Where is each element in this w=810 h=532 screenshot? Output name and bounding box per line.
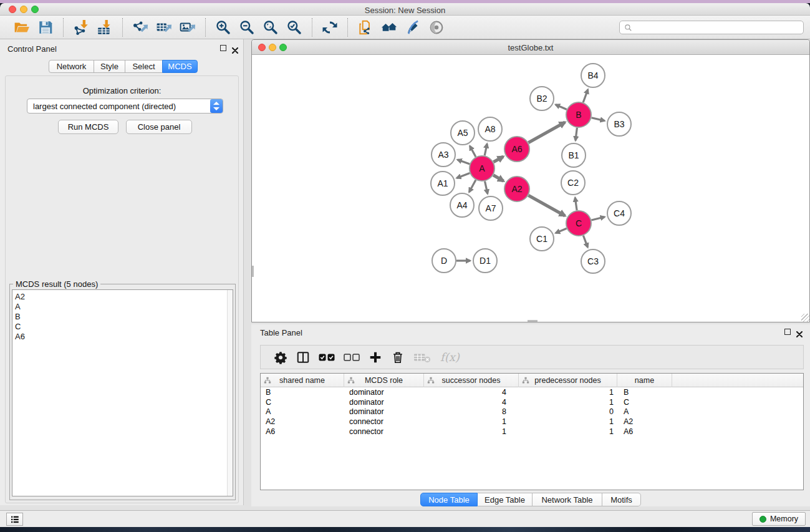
home-layout-icon[interactable] xyxy=(380,17,399,37)
tab-network-table[interactable]: Network Table xyxy=(533,493,602,506)
table-row[interactable]: Adominator80A xyxy=(261,407,803,417)
show-graphics-details-icon[interactable] xyxy=(427,17,446,37)
select-all-icon[interactable] xyxy=(319,349,335,366)
search-field[interactable] xyxy=(619,21,804,34)
tab-select[interactable]: Select xyxy=(125,60,163,73)
tab-network[interactable]: Network xyxy=(49,60,94,73)
table-cell: 1 xyxy=(519,398,617,407)
toolbar-separator xyxy=(122,18,123,37)
main-toolbar xyxy=(0,16,810,39)
column-label: name xyxy=(635,376,654,385)
result-scrollbar[interactable] xyxy=(227,290,233,496)
vertical-scroll-nub[interactable] xyxy=(252,266,254,277)
svg-text:A5: A5 xyxy=(457,128,468,138)
zoom-selected-icon[interactable] xyxy=(285,17,304,37)
tab-mcds[interactable]: MCDS xyxy=(162,60,198,73)
table-row[interactable]: Bdominator41B xyxy=(261,387,803,397)
float-table-panel-icon[interactable] xyxy=(784,329,791,335)
export-network-icon[interactable] xyxy=(131,17,150,37)
svg-text:C4: C4 xyxy=(614,208,625,218)
toolbar-separator xyxy=(312,18,312,37)
save-session-icon[interactable] xyxy=(36,17,55,37)
mcds-result-title: MCDS result (5 nodes) xyxy=(13,279,100,289)
column-type-icon xyxy=(522,377,529,386)
table-cell: A xyxy=(617,407,672,416)
control-panel: Control Panel Optimization criterion: la… xyxy=(0,39,244,505)
column-header[interactable]: shared name xyxy=(261,374,344,387)
zoom-out-icon[interactable] xyxy=(238,17,257,37)
zoom-fit-icon[interactable] xyxy=(261,17,281,37)
svg-text:A1: A1 xyxy=(437,178,448,188)
result-item[interactable]: A xyxy=(15,302,233,312)
delete-row-icon[interactable] xyxy=(391,349,405,366)
table-cell: dominator xyxy=(344,407,424,416)
close-table-panel-icon[interactable] xyxy=(796,329,803,340)
clone-network-icon[interactable] xyxy=(356,17,375,37)
result-item[interactable]: A6 xyxy=(15,332,233,342)
svg-text:D: D xyxy=(441,256,447,266)
close-panel-button[interactable]: Close panel xyxy=(126,120,192,134)
criterion-select[interactable]: largest connected component (directed) xyxy=(27,99,223,114)
deselect-all-icon[interactable] xyxy=(344,349,360,366)
column-header[interactable]: successor nodes xyxy=(424,374,519,387)
result-item[interactable]: C xyxy=(15,322,233,332)
table-cell: A6 xyxy=(617,427,672,436)
table-cell: connector xyxy=(344,417,424,426)
tab-motifs[interactable]: Motifs xyxy=(602,493,641,506)
table-cell: 8 xyxy=(424,407,519,416)
table-row[interactable]: A6connector11A6 xyxy=(261,427,803,437)
column-filler xyxy=(672,374,803,387)
tab-edge-table[interactable]: Edge Table xyxy=(478,493,533,506)
table-row[interactable]: Cdominator41C xyxy=(261,397,803,407)
memory-button[interactable]: Memory xyxy=(752,512,806,526)
network-canvas[interactable]: B4B2BB3A8A5A6A3B1AC2A1A2A4A7C4CC1DD1C3 xyxy=(252,55,809,322)
search-input[interactable] xyxy=(635,22,803,33)
table-cell: 1 xyxy=(424,417,519,426)
mcds-result-list[interactable]: A2ABCA6 xyxy=(12,289,233,496)
column-header[interactable]: MCDS role xyxy=(344,374,424,387)
refresh-view-icon[interactable] xyxy=(321,17,340,37)
table-tabs: Node TableEdge TableNetwork TableMotifs xyxy=(251,493,810,506)
table-panel-title: Table Panel xyxy=(260,328,302,337)
import-network-icon[interactable] xyxy=(72,17,91,37)
column-type-icon xyxy=(264,377,271,386)
table-cell: 4 xyxy=(424,388,519,397)
network-view-window: testGlobe.txt B4B2BB3A8A5A6A3B1AC2A1A2A4… xyxy=(251,39,810,322)
table-cell: 1 xyxy=(519,427,617,436)
result-item[interactable]: B xyxy=(15,312,233,322)
add-row-icon[interactable] xyxy=(369,349,382,366)
import-table-icon[interactable] xyxy=(95,17,115,37)
zoom-in-icon[interactable] xyxy=(214,17,233,37)
select-stepper-icon xyxy=(210,99,223,113)
table-row[interactable]: A2connector11A2 xyxy=(261,417,803,427)
result-item[interactable]: A2 xyxy=(15,292,233,302)
run-mcds-button[interactable]: Run MCDS xyxy=(58,120,118,134)
tab-style[interactable]: Style xyxy=(94,60,125,73)
export-image-icon[interactable] xyxy=(178,17,198,37)
table-toolbar: f(x) xyxy=(260,345,804,369)
table-cell: 1 xyxy=(519,388,617,397)
svg-text:B: B xyxy=(576,110,581,120)
svg-text:B1: B1 xyxy=(568,150,579,160)
svg-text:B3: B3 xyxy=(614,119,624,129)
close-panel-icon[interactable] xyxy=(232,45,238,56)
hide-annotations-icon[interactable] xyxy=(403,17,423,37)
table-cell: B xyxy=(261,388,344,397)
network-window-titlebar[interactable]: testGlobe.txt xyxy=(252,40,809,55)
open-session-icon[interactable] xyxy=(12,17,32,37)
svg-text:B2: B2 xyxy=(536,94,547,104)
column-header[interactable]: predecessor nodes xyxy=(519,374,617,387)
horizontal-scroll-nub[interactable] xyxy=(528,320,538,322)
export-table-icon[interactable] xyxy=(155,17,174,37)
task-history-button[interactable] xyxy=(6,513,23,526)
mcds-panel: Optimization criterion: largest connecte… xyxy=(5,75,239,503)
gear-icon[interactable] xyxy=(274,349,287,366)
split-columns-icon[interactable] xyxy=(296,349,310,366)
network-graph: B4B2BB3A8A5A6A3B1AC2A1A2A4A7C4CC1DD1C3 xyxy=(252,55,809,322)
svg-text:D1: D1 xyxy=(480,256,491,266)
tab-node-table[interactable]: Node Table xyxy=(420,493,478,506)
float-panel-icon[interactable] xyxy=(220,45,226,51)
resize-grip[interactable] xyxy=(801,314,809,322)
column-header[interactable]: name xyxy=(617,374,672,387)
svg-text:A2: A2 xyxy=(511,184,522,194)
